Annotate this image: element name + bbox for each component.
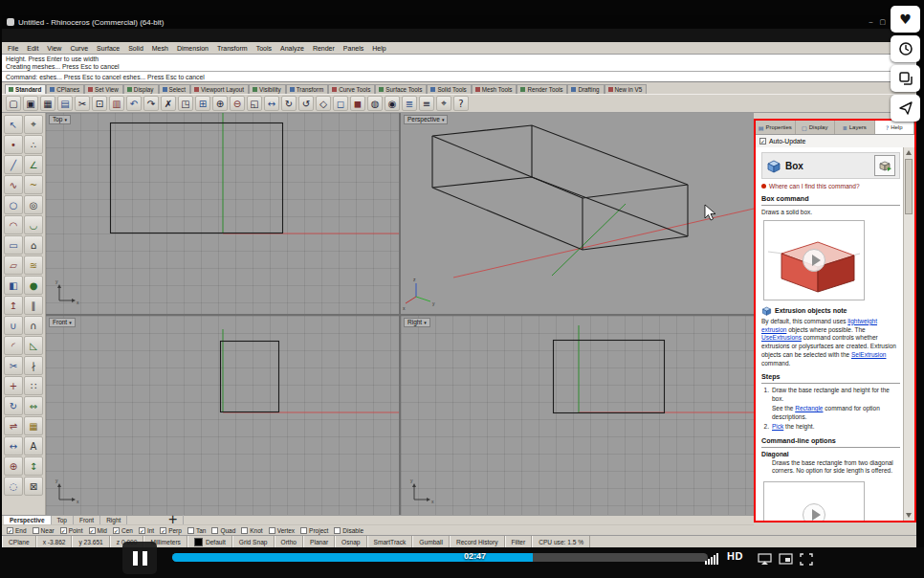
- box-geometry[interactable]: [221, 342, 279, 412]
- trim-tool-icon[interactable]: ✂: [4, 356, 23, 375]
- boolean-union-tool-icon[interactable]: ∪: [4, 316, 23, 335]
- point-tool-icon[interactable]: •: [4, 135, 23, 154]
- extrude-tool-icon[interactable]: ↥: [4, 296, 23, 315]
- array-tool-icon[interactable]: ▦: [24, 416, 43, 435]
- progress-bar[interactable]: 02:47: [172, 553, 708, 562]
- pointer-tool-icon[interactable]: ↖: [4, 115, 23, 134]
- ellipse-tool-icon[interactable]: ◎: [24, 195, 43, 214]
- checkbox[interactable]: [334, 527, 341, 534]
- box-toolbar-button[interactable]: [874, 155, 895, 176]
- delete-icon[interactable]: ✗: [161, 96, 176, 111]
- polygon-tool-icon[interactable]: ⌂: [24, 235, 43, 255]
- copy-icon[interactable]: ⊡: [92, 96, 107, 111]
- mirror-tool-icon[interactable]: ⇌: [4, 416, 23, 435]
- handle-curve-tool-icon[interactable]: ~: [24, 175, 43, 194]
- toolbar-tab[interactable]: Curve Tools: [328, 84, 375, 94]
- command-input[interactable]: Command: eshes... Press Esc to cancel es…: [2, 71, 916, 82]
- toolbar-tab[interactable]: Render Tools: [517, 84, 567, 94]
- print-icon[interactable]: ▤: [57, 96, 73, 111]
- menu-item[interactable]: Dimension: [177, 45, 209, 52]
- checkbox[interactable]: ✓: [139, 527, 145, 534]
- chamfer-tool-icon[interactable]: ◺: [24, 336, 43, 355]
- osnap-checkbox-item[interactable]: Near: [33, 527, 55, 534]
- osnap-checkbox-item[interactable]: ✓ Mid: [89, 527, 107, 534]
- fillet-tool-icon[interactable]: ◜: [4, 336, 23, 355]
- status-toggle[interactable]: Osnap: [335, 536, 366, 547]
- osnap-checkbox-item[interactable]: ✓ Point: [60, 527, 83, 534]
- play-button-icon[interactable]: [803, 249, 825, 272]
- find-command-link[interactable]: Where can I find this command?: [769, 183, 860, 189]
- minimize-button[interactable]: –: [869, 18, 873, 26]
- osnap-checkbox-item[interactable]: Tan: [187, 527, 206, 534]
- scroll-up-icon[interactable]: [906, 150, 912, 155]
- zoom-out-icon[interactable]: ⊖: [230, 96, 245, 111]
- toolbar-tab[interactable]: New in V5: [605, 84, 648, 94]
- status-cell[interactable]: CPlane: [2, 536, 36, 547]
- checkbox[interactable]: ✓: [60, 527, 67, 534]
- share-button[interactable]: [891, 95, 920, 122]
- dimension-tool-icon[interactable]: ↔: [4, 436, 23, 456]
- like-button[interactable]: ♥: [891, 6, 920, 33]
- checkbox[interactable]: ✓: [113, 527, 120, 534]
- viewport-title-perspective[interactable]: Perspective▾: [404, 115, 448, 124]
- menu-item[interactable]: Edit: [27, 45, 38, 52]
- rotate-tool-icon[interactable]: ↻: [4, 396, 23, 415]
- polyline-tool-icon[interactable]: ∠: [24, 155, 43, 174]
- panel-tab[interactable]: ▢ Display: [796, 121, 836, 134]
- box-geometry[interactable]: [554, 341, 665, 413]
- checkbox[interactable]: [300, 527, 307, 534]
- pause-button[interactable]: [122, 542, 157, 574]
- menu-item[interactable]: Tools: [256, 45, 272, 52]
- status-cell[interactable]: x -3.862: [36, 536, 73, 547]
- lock-tool-icon[interactable]: ⊠: [24, 477, 43, 496]
- osnap-checkbox-item[interactable]: Disable: [334, 527, 363, 534]
- text-tool-icon[interactable]: A: [24, 436, 43, 456]
- osnap-checkbox-item[interactable]: Knot: [241, 527, 262, 534]
- wireframe-display-icon[interactable]: ◻: [333, 96, 348, 111]
- menu-item[interactable]: Curve: [70, 45, 88, 52]
- toolbar-tab[interactable]: Display: [123, 84, 159, 94]
- menu-item[interactable]: File: [8, 45, 18, 52]
- named-views-icon[interactable]: ◇: [316, 96, 331, 111]
- open-file-icon[interactable]: ▣: [23, 96, 38, 111]
- watch-later-button[interactable]: [891, 35, 920, 62]
- zoom-extents-icon[interactable]: ⊞: [195, 96, 210, 111]
- osnap-checkbox-item[interactable]: Vertex: [269, 527, 295, 534]
- viewport-front[interactable]: y x Front▾: [46, 316, 399, 515]
- viewport-perspective[interactable]: z x y Perspective▾: [401, 113, 754, 314]
- new-file-icon[interactable]: ▢: [6, 96, 21, 111]
- osnap-checkbox-item[interactable]: ✓ End: [7, 527, 27, 534]
- save-icon[interactable]: ▦: [40, 96, 55, 111]
- menu-item[interactable]: Analyze: [280, 45, 304, 52]
- menu-item[interactable]: Solid: [128, 45, 143, 52]
- hide-tool-icon[interactable]: ◌: [4, 477, 23, 496]
- toolbar-tab[interactable]: Visibility: [249, 84, 286, 94]
- checkbox[interactable]: [241, 527, 248, 534]
- pan-view-tool-icon[interactable]: ↕: [24, 456, 43, 476]
- viewport-title-front[interactable]: Front▾: [49, 318, 76, 327]
- redo-icon[interactable]: ↷: [143, 96, 159, 111]
- status-toggle[interactable]: SmartTrack: [367, 536, 413, 547]
- toolbar-tab[interactable]: Drafting: [567, 84, 604, 94]
- render-preview-icon[interactable]: ◉: [385, 96, 400, 111]
- rectangle-tool-icon[interactable]: ▭: [4, 235, 23, 255]
- toolbar-tab[interactable]: Set View: [84, 84, 123, 94]
- play-button-icon[interactable]: [803, 503, 825, 521]
- toolbar-tab[interactable]: Standard: [5, 84, 46, 94]
- select-filter-icon[interactable]: ◳: [178, 96, 193, 111]
- collections-button[interactable]: [891, 65, 920, 92]
- move-tool-icon[interactable]: +: [4, 376, 23, 395]
- boolean-intersect-tool-icon[interactable]: ∩: [24, 316, 43, 335]
- toolbar-tab[interactable]: Surface Tools: [375, 84, 427, 94]
- viewport-title-right[interactable]: Right▾: [404, 318, 430, 327]
- plane-tool-icon[interactable]: ▱: [4, 256, 23, 275]
- status-toggle[interactable]: Planar: [303, 536, 335, 547]
- viewport-right[interactable]: y x Right▾: [401, 316, 754, 515]
- note-text-segment[interactable]: SelExtrusion: [851, 351, 887, 358]
- picture-in-picture-icon[interactable]: [779, 553, 793, 566]
- step-text-segment[interactable]: Rectangle: [795, 405, 823, 411]
- viewport-tab[interactable]: Top: [52, 516, 74, 524]
- osnap-checkbox-item[interactable]: Project: [300, 527, 328, 534]
- panel-scrollbar[interactable]: [903, 147, 914, 521]
- checkbox[interactable]: [211, 527, 218, 534]
